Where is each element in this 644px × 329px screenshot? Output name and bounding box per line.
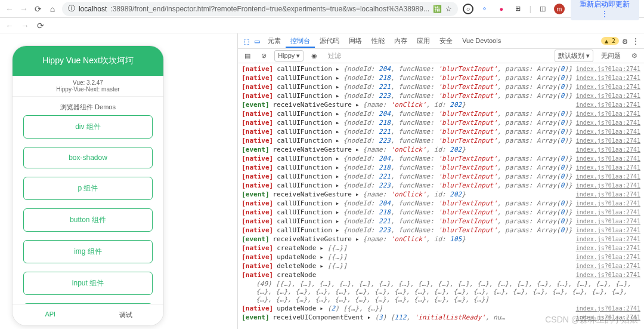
inspect-icon[interactable]: ⬚ (242, 36, 251, 46)
sub-back-icon[interactable]: ← (5, 21, 14, 30)
log-source-link[interactable]: index.js?01aa:2741 (576, 102, 640, 108)
log-source-link[interactable]: index.js?01aa:2741 (576, 75, 640, 81)
log-source-link[interactable]: index.js?01aa:2741 (576, 110, 640, 117)
devtools-tab[interactable]: 应用 (412, 35, 435, 47)
console-row[interactable]: [native]createNode▸[{…}]index.js?01aa:27… (238, 244, 644, 253)
log-source-link[interactable]: index.js?01aa:2741 (576, 93, 640, 99)
log-source-link[interactable]: index.js?01aa:2741 (576, 254, 640, 260)
component-item[interactable]: p 组件 (23, 177, 153, 200)
sub-reload-icon[interactable]: ⟳ (36, 21, 45, 30)
component-item[interactable]: button 组件 (23, 208, 153, 232)
back-icon[interactable]: ← (5, 4, 14, 14)
log-source-link[interactable]: index.js?01aa:2741 (576, 209, 640, 216)
tab-debug[interactable]: 调试 (88, 305, 164, 325)
info-icon[interactable]: ⓘ (68, 4, 75, 14)
ext-icon-4[interactable]: ⊞ (513, 4, 524, 14)
log-source-link[interactable]: index.js?01aa:2741 (576, 155, 640, 162)
log-source-link[interactable]: index.js?01aa:2741 (576, 191, 640, 198)
log-source-link[interactable]: index.js?01aa:2741 (576, 128, 640, 135)
log-source-link[interactable]: index.js?01aa:2741 (576, 66, 640, 72)
translate-icon[interactable]: 🈯 (433, 5, 442, 13)
console-row[interactable]: [native]callUIFunction▸{nodeId: 223, fun… (238, 226, 644, 235)
tab-api[interactable]: API (13, 305, 88, 325)
console-row[interactable]: [event]receiveNativeGesture▸{name: 'onCl… (238, 100, 644, 109)
log-source-link[interactable]: index.js?01aa:2741 (576, 137, 640, 144)
ext-icon-1[interactable]: ○ (463, 4, 473, 14)
log-source-link[interactable]: index.js?01aa:2741 (576, 236, 640, 242)
filter-input[interactable]: 过滤 (325, 50, 344, 62)
console-output[interactable]: [native]callUIFunction▸{nodeId: 204, fun… (238, 63, 644, 329)
devtools-tab[interactable]: 网络 (344, 35, 367, 47)
console-row[interactable]: [native]callUIFunction▸{nodeId: 204, fun… (238, 199, 644, 208)
log-level-selector[interactable]: 默认级别 ▾ (555, 50, 593, 62)
console-row[interactable]: [native]deleteNode▸[{…}]index.js?01aa:27… (238, 262, 644, 270)
log-source-link[interactable]: index.js?01aa:2741 (576, 164, 640, 171)
log-source-link[interactable]: index.js?01aa:2741 (576, 182, 640, 189)
context-selector[interactable]: Hippy ▾ (274, 50, 304, 62)
ext-icon-2[interactable]: ⋄ (479, 4, 490, 14)
console-row[interactable]: [native]callUIFunction▸{nodeId: 204, fun… (238, 64, 644, 73)
console-row[interactable]: [native]callUIFunction▸{nodeId: 218, fun… (238, 118, 644, 127)
console-settings-icon[interactable]: ⚙ (628, 51, 640, 61)
console-row[interactable]: [native]createNodeindex.js?01aa:2741 (238, 270, 644, 279)
profile-avatar[interactable]: m (554, 4, 565, 14)
devtools-tab[interactable]: 内存 (389, 35, 412, 47)
panel-icon[interactable]: ◫ (537, 4, 548, 14)
devtools-tab[interactable]: 性能 (367, 35, 389, 47)
reload-icon[interactable]: ⟳ (33, 4, 43, 14)
more-icon[interactable]: ⋮ (631, 36, 640, 46)
log-source-link[interactable]: index.js?01aa:2741 (576, 305, 640, 312)
console-row[interactable]: [native]callUIFunction▸{nodeId: 221, fun… (238, 217, 644, 226)
log-source-link[interactable]: index.js?01aa:2741 (576, 200, 640, 207)
devtools-tab[interactable]: 元素 (263, 35, 286, 47)
live-expr-icon[interactable]: ◉ (308, 51, 320, 61)
log-source-link[interactable]: index.js?01aa:2741 (576, 272, 640, 278)
address-bar[interactable]: ⓘ localhost :38989/front_end/inspector.h… (62, 2, 458, 16)
component-list[interactable]: div 组件box-shadowp 组件button 组件img 组件input… (13, 115, 163, 304)
console-row[interactable]: [event]receiveNativeGesture▸{name: 'onCl… (238, 190, 644, 199)
devtools-tab[interactable]: 源代码 (315, 35, 344, 47)
update-button[interactable]: 重新启动即更新 ⋮ (571, 0, 639, 20)
console-row[interactable]: [native]callUIFunction▸{nodeId: 218, fun… (238, 73, 644, 82)
console-row[interactable]: [native]callUIFunction▸{nodeId: 223, fun… (238, 91, 644, 100)
component-item[interactable]: div 组件 (23, 115, 153, 139)
forward-icon[interactable]: → (19, 4, 29, 14)
console-row[interactable]: [native]callUIFunction▸{nodeId: 223, fun… (238, 181, 644, 190)
clear-console-icon[interactable]: ⊘ (258, 51, 270, 61)
console-row[interactable]: [native]callUIFunction▸{nodeId: 223, fun… (238, 136, 644, 145)
console-row[interactable]: [event]receiveNativeGesture▸{name: 'onCl… (238, 235, 644, 244)
settings-icon[interactable]: ⚙ (620, 36, 630, 46)
component-item[interactable]: img 组件 (23, 240, 153, 263)
devtools-tab[interactable]: 安全 (435, 35, 457, 47)
console-row[interactable]: [native]callUIFunction▸{nodeId: 218, fun… (238, 208, 644, 217)
component-item[interactable]: input 组件 (23, 272, 153, 295)
log-source-link[interactable]: index.js?01aa:2741 (576, 119, 640, 126)
console-row[interactable]: [native]callUIFunction▸{nodeId: 218, fun… (238, 163, 644, 172)
component-item[interactable]: box-shadow (23, 147, 153, 168)
console-row[interactable]: [event]receiveNativeGesture▸{name: 'onCl… (238, 145, 644, 154)
log-source-link[interactable]: index.js?01aa:2741 (576, 227, 640, 233)
home-icon[interactable]: ⌂ (48, 4, 57, 14)
log-source-link[interactable]: index.js?01aa:2741 (576, 84, 640, 90)
log-source-link[interactable]: index.js?01aa:2741 (576, 263, 640, 269)
sidebar-toggle-icon[interactable]: ▤ (242, 51, 253, 61)
ext-icon-3[interactable]: ● (496, 4, 507, 14)
star-icon[interactable]: ☆ (445, 5, 452, 13)
sub-forward-icon[interactable]: → (20, 21, 30, 30)
log-source-link[interactable]: index.js?01aa:2741 (576, 245, 640, 251)
log-tag: [native] (242, 83, 273, 91)
devtools-tab[interactable]: 控制台 (286, 35, 315, 48)
devtools-tab[interactable]: Vue Devtools (457, 35, 506, 47)
console-row[interactable]: [native]callUIFunction▸{nodeId: 221, fun… (238, 127, 644, 136)
device-toggle-icon[interactable]: ▭ (252, 36, 262, 46)
log-source-link[interactable]: index.js?01aa:2741 (576, 218, 640, 225)
console-row[interactable]: [native]updateNode▸[{…}]index.js?01aa:27… (238, 253, 644, 262)
console-row[interactable]: [native]callUIFunction▸{nodeId: 221, fun… (238, 82, 644, 91)
console-row[interactable]: [native]callUIFunction▸{nodeId: 221, fun… (238, 172, 644, 181)
log-source-link[interactable]: index.js?01aa:2741 (576, 146, 640, 153)
warning-count[interactable]: ▲ 2 (601, 37, 619, 45)
log-source-link[interactable]: index.js?01aa:2741 (576, 173, 640, 180)
console-row[interactable]: [native]callUIFunction▸{nodeId: 204, fun… (238, 154, 644, 163)
console-row[interactable]: [native]callUIFunction▸{nodeId: 204, fun… (238, 109, 644, 118)
console-row[interactable]: [native]updateNode▸(2) [{…}, {…}]index.j… (238, 304, 644, 313)
